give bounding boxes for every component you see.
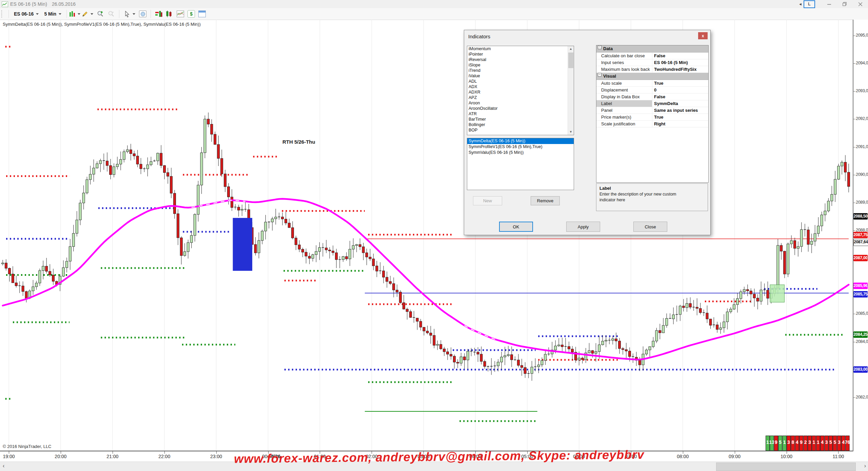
close-button[interactable]: Close xyxy=(633,222,667,232)
scroll-up-icon[interactable]: ▲ xyxy=(568,46,574,52)
collapse-icon[interactable]: − xyxy=(598,73,601,77)
properties-window-icon[interactable] xyxy=(197,9,207,18)
price-tick-label: 2089,00 xyxy=(856,200,868,205)
available-indicator-item[interactable]: ADL xyxy=(467,79,574,84)
interval-dropdown[interactable]: 5 Min xyxy=(41,10,64,18)
close-button[interactable] xyxy=(852,0,868,8)
drawing-pencil-icon[interactable] xyxy=(81,9,94,18)
property-value[interactable]: SymmDelta xyxy=(652,100,708,107)
property-name[interactable]: Price marker(s) xyxy=(596,114,652,121)
property-value[interactable]: TwoHundredFiftySix xyxy=(652,66,708,73)
property-row[interactable]: Auto scaleTrue xyxy=(596,80,708,87)
collapse-icon[interactable]: − xyxy=(598,45,601,49)
property-row[interactable]: Price marker(s)True xyxy=(596,114,708,121)
property-group-header[interactable]: −Visual xyxy=(596,73,708,80)
time-tick xyxy=(164,451,165,454)
available-indicator-item[interactable]: Aroon xyxy=(467,100,574,106)
scroll-right-arrow-icon[interactable]: › xyxy=(864,463,866,469)
available-indicator-item[interactable]: ATR xyxy=(467,111,574,117)
available-indicator-item[interactable]: iMomentum xyxy=(467,46,574,52)
price-tick-label: 2095,00 xyxy=(856,33,868,38)
property-value[interactable]: False xyxy=(652,94,708,100)
property-value[interactable]: True xyxy=(652,80,708,87)
available-indicator-item[interactable]: BarTimer xyxy=(467,117,574,122)
restore-button[interactable] xyxy=(837,0,852,8)
available-indicator-item[interactable]: APZ xyxy=(467,95,574,100)
toolbar-grip[interactable] xyxy=(1,10,4,18)
property-name[interactable]: Display in Data Box xyxy=(596,94,652,100)
property-row[interactable]: Calculate on bar closeFalse xyxy=(596,53,708,59)
svg-text:4: 4 xyxy=(842,439,845,445)
property-name[interactable]: Panel xyxy=(596,107,652,114)
property-group-header[interactable]: −Data xyxy=(596,45,708,53)
link-button[interactable]: L xyxy=(804,0,815,8)
configured-indicator-item[interactable]: SymmDelta(ES 06-16 (5 Min)) xyxy=(467,138,574,144)
list-scrollbar-thumb[interactable] xyxy=(568,53,573,68)
configured-indicator-item[interactable]: SymmProfileV1(ES 06-16 (5 Min),True) xyxy=(467,144,574,150)
available-indicator-item[interactable]: Bollinger xyxy=(467,122,574,127)
available-indicator-item[interactable]: AroonOscillator xyxy=(467,106,574,111)
property-row[interactable]: Scale justificationRight xyxy=(596,121,708,127)
property-name[interactable]: Calculate on bar close xyxy=(596,53,652,59)
price-axis[interactable]: 2095,002094,002093,002092,002091,002090,… xyxy=(853,20,868,451)
property-value[interactable]: False xyxy=(652,53,708,59)
list-scrollbar[interactable]: ▲ ▼ xyxy=(568,46,574,135)
available-indicator-item[interactable]: iValue xyxy=(467,73,574,79)
available-indicator-item[interactable]: ADXR xyxy=(467,89,574,95)
dialog-close-icon[interactable]: x xyxy=(698,32,708,39)
available-indicator-item[interactable]: iSlope xyxy=(467,62,574,68)
chart-trader-icon[interactable] xyxy=(165,9,174,18)
scroll-down-icon[interactable]: ▼ xyxy=(568,129,574,135)
configured-indicators-list[interactable]: SymmDelta(ES 06-16 (5 Min))SymmProfileV1… xyxy=(467,138,574,190)
svg-text:5: 5 xyxy=(779,439,782,445)
zoom-in-icon[interactable] xyxy=(96,9,105,18)
scrollbar-thumb[interactable] xyxy=(716,463,856,471)
indicator-properties-grid[interactable]: −DataCalculate on bar closeFalseInput se… xyxy=(596,45,709,183)
remove-button[interactable]: Remove xyxy=(531,196,560,205)
property-row[interactable]: Input seriesES 06-16 (5 Min) xyxy=(596,59,708,66)
scroll-left-arrow-icon[interactable]: ‹ xyxy=(3,463,4,469)
property-name[interactable]: Label xyxy=(596,100,652,107)
indicator-panel-icon[interactable] xyxy=(154,9,163,18)
configured-indicator-item[interactable]: SymmValu(ES 06-16 (5 Min)) xyxy=(467,150,574,156)
available-indicators-list[interactable]: iMomentumiPointeriReversaliSlopeiTrendiV… xyxy=(467,46,574,135)
property-value[interactable]: 0 xyxy=(652,87,708,94)
available-indicator-item[interactable]: iTrend xyxy=(467,68,574,73)
property-row[interactable]: Maximum bars look backTwoHundredFiftySix xyxy=(596,66,708,73)
chart-toolbar: ES 06-16 5 Min xyxy=(0,8,868,20)
available-indicator-item[interactable]: iPointer xyxy=(467,52,574,57)
property-value[interactable]: True xyxy=(652,114,708,121)
minimize-button[interactable] xyxy=(821,0,837,8)
property-name[interactable]: Displacement xyxy=(596,87,652,94)
property-name[interactable]: Scale justification xyxy=(596,121,652,127)
price-tick-label: 2084,00 xyxy=(856,339,868,344)
market-analyzer-icon[interactable] xyxy=(176,9,185,18)
available-indicator-item[interactable]: iReversal xyxy=(467,57,574,62)
available-indicator-item[interactable]: BOP xyxy=(467,127,574,133)
available-indicator-item[interactable]: ADX xyxy=(467,84,574,89)
property-row[interactable]: PanelSame as input series xyxy=(596,107,708,114)
instrument-dropdown[interactable]: ES 06-16 xyxy=(11,10,41,18)
cursor-pointer-icon[interactable] xyxy=(122,9,137,18)
property-value[interactable]: ES 06-16 (5 Min) xyxy=(652,59,708,66)
apply-button[interactable]: Apply xyxy=(566,222,600,232)
property-name[interactable]: Auto scale xyxy=(596,80,652,87)
svg-text:1: 1 xyxy=(783,439,786,445)
property-row[interactable]: Display in Data BoxFalse xyxy=(596,94,708,100)
property-name[interactable]: Maximum bars look back xyxy=(596,66,652,73)
property-row[interactable]: Displacement0 xyxy=(596,87,708,94)
price-tick xyxy=(853,147,855,147)
price-chart-canvas[interactable]: 1139513849231143553476 xyxy=(0,20,853,451)
property-row[interactable]: LabelSymmDelta xyxy=(596,100,708,107)
chart-snapshot-icon[interactable] xyxy=(138,9,147,18)
property-value[interactable]: Same as input series xyxy=(652,107,708,114)
pin-arrow-icon[interactable]: ◄ xyxy=(798,2,802,6)
account-dollar-icon[interactable]: $ xyxy=(186,9,196,18)
window-titlebar: ES 06-16 (5 Min) 26.05.2016 ◄ L xyxy=(0,0,868,8)
price-tick xyxy=(853,36,855,36)
property-name[interactable]: Input series xyxy=(596,59,652,66)
price-tick xyxy=(853,230,855,231)
property-value[interactable]: Right xyxy=(652,121,708,127)
ok-button[interactable]: OK xyxy=(499,222,533,232)
chart-style-icon[interactable] xyxy=(70,9,79,18)
